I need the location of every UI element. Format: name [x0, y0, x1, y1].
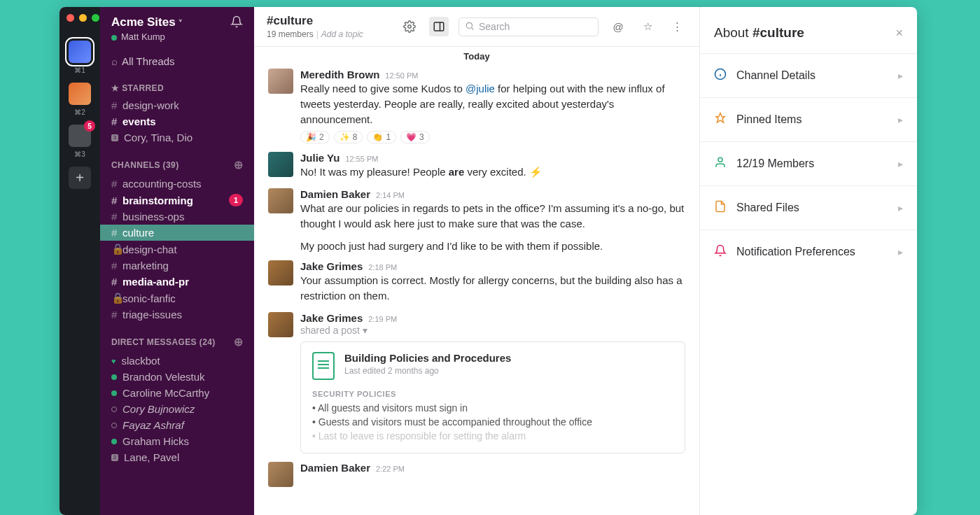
current-user: Matt Kump: [111, 31, 183, 42]
attachment-subtitle: Last edited 2 months ago: [344, 366, 511, 376]
minimize-window[interactable]: [79, 14, 87, 22]
dms-title: DIRECT MESSAGES (24)⊕: [100, 325, 254, 353]
details-row-label: Notification Preferences: [736, 246, 888, 258]
details-row-label: Pinned Items: [736, 113, 888, 126]
avatar[interactable]: [268, 69, 293, 94]
sidebar-dm-Fayaz-Ashraf[interactable]: Fayaz Ashraf: [100, 417, 254, 433]
sidebar-item-group-dm[interactable]: 3Cory, Tina, Dio: [100, 129, 254, 146]
sidebar-dm-Caroline-McCarthy[interactable]: Caroline McCarthy: [100, 385, 254, 401]
details-row--members[interactable]: 12/19 Members▸: [700, 141, 917, 185]
sidebar-item-sonic-fanfic[interactable]: 🔒sonic-fanfic: [100, 290, 254, 306]
settings-icon[interactable]: [400, 17, 419, 36]
message-author[interactable]: Julie Yu: [300, 152, 340, 164]
sidebar-dm-Lane-Pavel[interactable]: 2Lane, Pavel: [100, 449, 254, 465]
message-time: 2:14 PM: [376, 191, 405, 199]
workspace-switch-3[interactable]: 5 ⌘3: [69, 125, 91, 147]
chevron-right-icon: ▸: [898, 70, 903, 81]
sidebar-item-triage-issues[interactable]: #triage-issues: [100, 306, 254, 323]
sidebar-item-design-work[interactable]: #design-work: [100, 97, 254, 113]
mention[interactable]: @julie: [465, 83, 495, 94]
svg-rect-1: [434, 22, 444, 31]
search-icon: [465, 21, 475, 33]
message-text: No! It was my pleasure! People are very …: [300, 164, 685, 180]
notifications-icon[interactable]: [230, 15, 243, 30]
reaction[interactable]: 🎉 2: [300, 131, 330, 143]
details-header: About #culture ×: [700, 7, 917, 53]
maximize-window[interactable]: [92, 14, 99, 22]
presence-away-icon: [111, 407, 117, 412]
add-workspace-button[interactable]: +: [69, 167, 91, 189]
details-row-label: Channel Details: [736, 69, 888, 82]
dms-title-text: DIRECT MESSAGES: [111, 337, 197, 347]
sidebar-item-label: accounting-costs: [122, 178, 202, 190]
reactions: 🎉 2✨ 8👏 1💗 3: [300, 131, 685, 143]
more-menu-icon[interactable]: ⋮: [667, 17, 687, 36]
message-author[interactable]: Damien Baker: [300, 462, 370, 474]
message-time: 12:55 PM: [345, 155, 378, 163]
sidebar-item-design-chat[interactable]: 🔒design-chat: [100, 241, 254, 258]
channels-title: CHANNELS (39)⊕: [100, 148, 254, 176]
chevron-down-icon[interactable]: ▾: [363, 325, 368, 336]
reaction[interactable]: ✨ 8: [334, 131, 363, 143]
unread-badge: 1: [229, 194, 243, 206]
sidebar-item-label: slackbot: [122, 355, 160, 367]
message-author[interactable]: Jake Grimes: [300, 312, 363, 324]
message-author[interactable]: Damien Baker: [300, 188, 370, 200]
workspace-switch-2[interactable]: ⌘2: [69, 83, 91, 105]
close-window[interactable]: [66, 14, 74, 22]
close-details-button[interactable]: ×: [895, 26, 903, 41]
message-text: Really need to give some Kudos to @julie…: [300, 81, 685, 127]
sidebar-item-brainstorming[interactable]: #brainstorming1: [100, 192, 254, 209]
details-row-notification-preferences[interactable]: Notification Preferences▸: [700, 230, 917, 274]
workspace-rail: ⌘1 ⌘2 5 ⌘3 +: [59, 7, 100, 515]
list-item: • Guests and visitors must be accompanie…: [312, 415, 673, 429]
avatar[interactable]: [268, 152, 293, 177]
starred-title: ★ STARRED: [100, 73, 254, 97]
sidebar-item-media-and-pr[interactable]: #media-and-pr: [100, 274, 254, 290]
attachment-title: Building Policies and Procedures: [344, 352, 511, 364]
toggle-details-icon[interactable]: [429, 17, 449, 36]
sidebar-dm-slackbot[interactable]: ♥slackbot: [100, 353, 254, 369]
sidebar-dm-Brandon-Velestuk[interactable]: Brandon Velestuk: [100, 369, 254, 385]
channels-title-text: CHANNELS: [111, 160, 160, 170]
sidebar-dm-Graham-Hicks[interactable]: Graham Hicks: [100, 433, 254, 449]
all-threads[interactable]: ⌕All Threads: [100, 49, 254, 73]
star-channel-icon[interactable]: ☆: [638, 17, 657, 36]
search-placeholder: Search: [479, 21, 510, 32]
search-input[interactable]: Search: [458, 17, 598, 36]
sidebar-dm-Cory-Bujnowicz[interactable]: Cory Bujnowicz: [100, 401, 254, 417]
attachment[interactable]: Building Policies and ProceduresLast edi…: [300, 341, 685, 453]
sidebar-item-culture[interactable]: #culture: [100, 225, 254, 241]
sidebar-item-accounting-costs[interactable]: #accounting-costs: [100, 176, 254, 192]
bell-icon: [714, 244, 727, 260]
workspace-badge: 5: [84, 120, 95, 132]
sidebar-item-label: triage-issues: [122, 309, 182, 320]
sidebar-item-marketing[interactable]: #marketing: [100, 258, 254, 274]
add-dm-button[interactable]: ⊕: [234, 335, 243, 348]
details-row-channel-details[interactable]: Channel Details▸: [700, 53, 917, 97]
sidebar-item-business-ops[interactable]: #business-ops: [100, 209, 254, 225]
avatar[interactable]: [268, 462, 293, 487]
message-text: What are our policies in regards to pets…: [300, 201, 685, 232]
svg-point-0: [408, 25, 412, 29]
sidebar-item-events[interactable]: #events: [100, 113, 254, 129]
workspace-switch-1[interactable]: ⌘1: [69, 41, 91, 63]
reaction[interactable]: 👏 1: [367, 131, 396, 143]
window-controls: [66, 14, 99, 22]
avatar[interactable]: [268, 260, 293, 285]
message-author[interactable]: Meredith Brown: [300, 69, 379, 80]
message-author[interactable]: Jake Grimes: [300, 260, 363, 272]
member-count[interactable]: 19 members: [267, 29, 314, 39]
avatar[interactable]: [268, 188, 293, 213]
sidebar-header[interactable]: Acme Sites˅ Matt Kump: [100, 7, 254, 49]
mentions-icon[interactable]: @: [608, 17, 628, 36]
add-channel-button[interactable]: ⊕: [234, 158, 243, 171]
sidebar-item-label: culture: [122, 227, 154, 239]
avatar[interactable]: [268, 312, 293, 337]
details-row-pinned-items[interactable]: Pinned Items▸: [700, 97, 917, 141]
details-row-shared-files[interactable]: Shared Files▸: [700, 185, 917, 230]
add-topic[interactable]: Add a topic: [321, 29, 363, 39]
dms-count: (24): [200, 337, 216, 347]
reaction[interactable]: 💗 3: [400, 131, 430, 143]
presence-away-icon: [111, 423, 117, 428]
